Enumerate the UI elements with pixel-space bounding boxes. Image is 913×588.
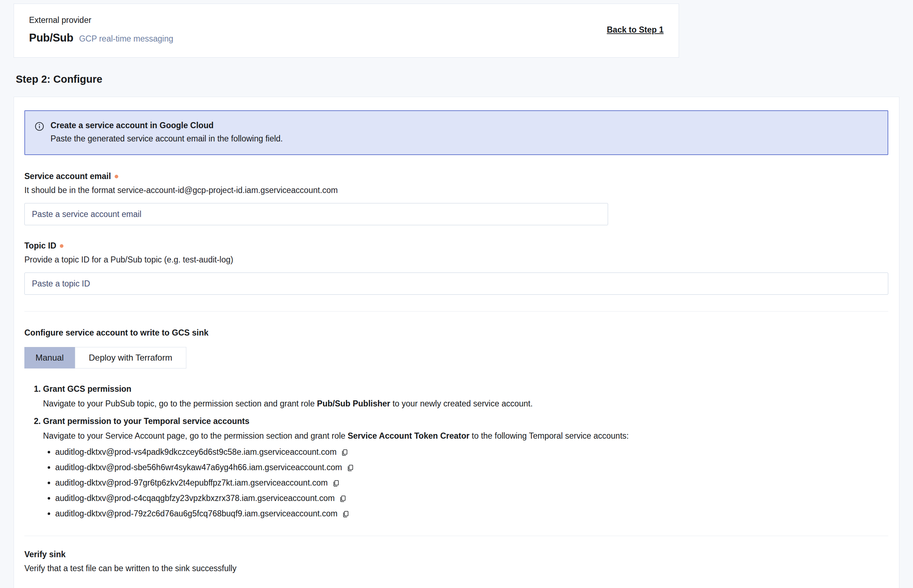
provider-card-label: External provider: [29, 15, 173, 25]
back-to-step-1-link[interactable]: Back to Step 1: [607, 25, 664, 35]
service-account-email: auditlog-dktxv@prod-97gr6tp6zkv2t4epubff…: [55, 478, 328, 487]
service-account-email-label: Service account email: [24, 171, 111, 181]
service-account-email-input[interactable]: [24, 203, 608, 225]
configure-section-title: Configure service account to write to GC…: [24, 328, 888, 338]
configure-step-card: Create a service account in Google Cloud…: [14, 97, 899, 588]
step-title: Grant GCS permission: [43, 384, 131, 394]
service-account-email: auditlog-dktxv@prod-vs4padk9dkczcey6d6st…: [55, 447, 337, 457]
topic-id-field-group: Topic ID Provide a topic ID for a Pub/Su…: [24, 241, 888, 295]
external-provider-card: External provider Pub/Sub GCP real-time …: [14, 3, 679, 58]
service-account-email-field-group: Service account email It should be in th…: [24, 171, 888, 225]
step-title: Grant permission to your Temporal servic…: [43, 417, 249, 426]
provider-name: Pub/Sub: [29, 32, 73, 44]
role-name: Service Account Token Creator: [348, 431, 469, 441]
service-account-item: auditlog-dktxv@prod-97gr6tp6zkv2t4epubff…: [55, 478, 888, 488]
info-banner-text: Create a service account in Google Cloud…: [50, 121, 283, 144]
temporal-service-accounts-list: auditlog-dktxv@prod-vs4padk9dkczcey6d6st…: [43, 447, 888, 519]
service-account-email: auditlog-dktxv@prod-79z2c6d76au6g5fcq768…: [55, 509, 338, 518]
manual-steps-list: Grant GCS permission Navigate to your Pu…: [24, 384, 888, 519]
verify-sink-title: Verify sink: [24, 550, 888, 559]
step-grant-temporal-permission: Grant permission to your Temporal servic…: [43, 417, 888, 519]
topic-id-hint: Provide a topic ID for a Pub/Sub topic (…: [24, 255, 888, 265]
info-banner-body: Paste the generated service account emai…: [50, 134, 283, 144]
copy-icon[interactable]: [342, 510, 350, 519]
configure-method-tabs: Manual Deploy with Terraform: [24, 347, 888, 368]
copy-icon[interactable]: [332, 480, 340, 488]
step-body-text: to your newly created service account.: [390, 399, 533, 408]
topic-id-label: Topic ID: [24, 241, 56, 251]
service-account-item: auditlog-dktxv@prod-79z2c6d76au6g5fcq768…: [55, 509, 888, 519]
tab-deploy-with-terraform[interactable]: Deploy with Terraform: [75, 347, 186, 368]
copy-icon[interactable]: [339, 495, 347, 504]
topic-id-input[interactable]: [24, 273, 888, 295]
info-banner: Create a service account in Google Cloud…: [24, 110, 888, 155]
provider-description: GCP real-time messaging: [79, 34, 173, 44]
page-title: Step 2: Configure: [16, 73, 913, 85]
step-body: Navigate to your PubSub topic, go to the…: [43, 399, 888, 409]
service-account-item: auditlog-dktxv@prod-c4cqaqgbfzy23vpzkbxz…: [55, 493, 888, 504]
required-indicator-dot: [115, 175, 118, 178]
service-account-email: auditlog-dktxv@prod-c4cqaqgbfzy23vpzkbxz…: [55, 493, 335, 503]
copy-icon[interactable]: [341, 449, 349, 458]
service-account-email: auditlog-dktxv@prod-sbe56h6wr4sykaw47a6y…: [55, 463, 342, 472]
service-account-item: auditlog-dktxv@prod-sbe56h6wr4sykaw47a6y…: [55, 463, 888, 473]
tab-manual[interactable]: Manual: [24, 347, 75, 368]
service-account-email-hint: It should be in the format service-accou…: [24, 186, 888, 195]
info-icon: [34, 121, 44, 144]
section-divider: [24, 536, 888, 536]
section-divider: [24, 311, 888, 312]
role-name: Pub/Sub Publisher: [317, 399, 390, 408]
step-body-text: Navigate to your Service Account page, g…: [43, 431, 348, 441]
step-body: Navigate to your Service Account page, g…: [43, 431, 888, 519]
step-body-text: to the following Temporal service accoun…: [469, 431, 628, 441]
verify-sink-description: Verify that a test file can be written t…: [24, 564, 888, 573]
provider-info: External provider Pub/Sub GCP real-time …: [29, 15, 173, 44]
info-banner-title: Create a service account in Google Cloud: [50, 121, 283, 130]
step-grant-gcs-permission: Grant GCS permission Navigate to your Pu…: [43, 384, 888, 409]
step-body-text: Navigate to your PubSub topic, go to the…: [43, 399, 317, 408]
service-account-item: auditlog-dktxv@prod-vs4padk9dkczcey6d6st…: [55, 447, 888, 458]
copy-icon[interactable]: [346, 464, 355, 473]
required-indicator-dot: [60, 244, 63, 248]
